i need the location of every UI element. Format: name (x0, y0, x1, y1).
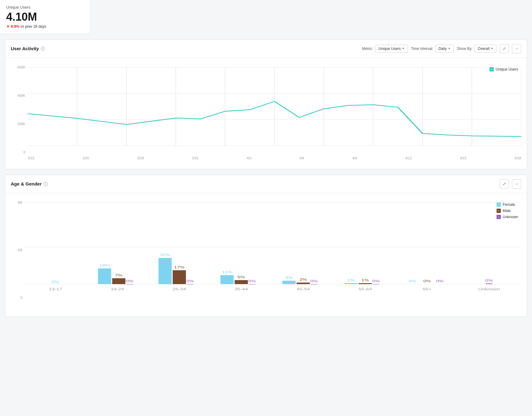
user-activity-header: User Activity i Metric: Unique Users ▼ T… (5, 40, 527, 58)
bar-y-label-2m: 2M (18, 201, 22, 204)
legend-female: ✓ Female (497, 202, 518, 207)
bar-y-label-0: 0 (20, 296, 22, 300)
svg-text:Unknown: Unknown (478, 287, 500, 291)
svg-text:1%: 1% (361, 278, 369, 282)
line-chart-legend: ✓ Unique Users (489, 67, 518, 73)
legend-check-unknown: ✓ (497, 215, 501, 219)
x-label-46: 4/6 (299, 156, 304, 160)
legend-male: ✓ Male (497, 209, 518, 213)
y-label-200k: 200K (17, 122, 25, 126)
legend-unknown: ✓ Unknown (497, 215, 518, 219)
bar-unknown-45-54 (311, 284, 317, 284)
svg-text:0%: 0% (436, 279, 444, 283)
svg-text:32%: 32% (160, 253, 171, 257)
svg-text:0%: 0% (423, 279, 431, 283)
legend-label-unknown: Unknown (503, 215, 518, 219)
svg-text:11%: 11% (222, 270, 232, 274)
bar-chart-svg: 0% 19% 7% 0% (25, 199, 521, 295)
metric-value: 4.10M (6, 11, 83, 23)
line-chart-svg (28, 64, 521, 153)
svg-text:18-24: 18-24 (111, 287, 124, 291)
legend-label-female: Female (503, 202, 515, 207)
metric-dropdown[interactable]: Unique Users ▼ (375, 45, 408, 53)
user-activity-info-icon[interactable]: i (41, 47, 45, 51)
svg-text:2%: 2% (299, 278, 307, 281)
x-label-331: 3/31 (192, 156, 198, 160)
y-label-400k: 400K (17, 94, 25, 97)
age-gender-title: Age & Gender i (11, 181, 48, 186)
metric-caret: ▼ (402, 47, 405, 50)
bar-female-45-54 (282, 281, 296, 284)
legend-unique-users: ✓ Unique Users (489, 67, 518, 71)
svg-text:0%: 0% (409, 279, 416, 283)
svg-text:17%: 17% (174, 265, 185, 269)
y-label-0: 0 (23, 150, 25, 154)
show-by-caret: ▼ (491, 47, 493, 50)
svg-text:25-34: 25-34 (173, 287, 186, 291)
age-gender-header: Age & Gender i ⤢ → (5, 175, 527, 193)
x-label-43: 4/3 (247, 156, 251, 160)
age-gender-expand-button[interactable]: ⤢ (500, 179, 509, 189)
bar-unknown-18-24 (126, 284, 133, 284)
bar-male-45-54 (297, 283, 310, 284)
svg-text:1%: 1% (347, 278, 355, 282)
x-label-325: 3/25 (82, 156, 89, 160)
interval-control-label: Time Interval: (411, 47, 433, 51)
show-by-control: Show By: Overall ▼ (457, 45, 497, 53)
svg-text:0%: 0% (485, 279, 493, 282)
legend-check-male: ✓ (497, 209, 501, 213)
svg-text:4%: 4% (285, 276, 293, 279)
age-gender-share-button[interactable]: → (512, 179, 521, 189)
change-text: vs prev 28 days (20, 24, 46, 29)
bar-unknown-55-64 (373, 284, 379, 284)
legend-label-male: Male (503, 209, 511, 213)
svg-text:45-54: 45-54 (297, 287, 310, 291)
x-axis: 3/22 3/25 3/28 3/31 4/3 4/6 4/9 4/12 4/1… (28, 154, 521, 160)
svg-text:0%: 0% (186, 279, 194, 283)
svg-text:0%: 0% (126, 279, 134, 283)
svg-text:19%: 19% (99, 263, 110, 267)
bar-unknown-35-44 (249, 284, 255, 284)
y-label-600k: 600K (17, 65, 25, 69)
bar-female-35-44 (221, 275, 234, 284)
user-activity-title: User Activity i (11, 46, 45, 51)
bar-female-55-64 (344, 283, 358, 284)
interval-control: Time Interval: Daily ▼ (411, 45, 454, 53)
age-gender-info-icon[interactable]: i (43, 182, 48, 186)
bar-y-label-1m: 1M (18, 248, 22, 252)
svg-text:0%: 0% (310, 279, 318, 283)
chart-plot: 3/22 3/25 3/28 3/31 4/3 4/6 4/9 4/12 4/1… (28, 64, 521, 163)
change-pct: 8.9% (11, 24, 19, 29)
bar-chart-area: 2M 1M 0 0% (5, 193, 527, 316)
share-button[interactable]: → (512, 44, 521, 53)
svg-text:0%: 0% (248, 279, 256, 283)
age-gender-controls: ⤢ → (500, 179, 521, 189)
metric-control-label: Metric: (362, 47, 373, 51)
x-label-322: 3/22 (28, 156, 34, 160)
svg-text:5%: 5% (237, 275, 245, 279)
expand-button[interactable]: ⤢ (500, 44, 509, 53)
show-by-label: Show By: (457, 47, 472, 51)
interval-caret: ▼ (448, 47, 450, 50)
bar-chart-plot: 0% 19% 7% 0% (25, 199, 521, 310)
svg-text:55-64: 55-64 (358, 287, 372, 291)
line-chart-container: 600K 400K 200K 0 (11, 64, 521, 163)
bar-chart-container: 2M 1M 0 0% (11, 199, 521, 310)
x-label-328: 3/28 (137, 156, 144, 160)
bar-unknown-25-34 (187, 284, 193, 284)
show-by-dropdown[interactable]: Overall ▼ (474, 45, 497, 53)
svg-text:35-44: 35-44 (235, 287, 248, 291)
bar-male-35-44 (235, 280, 248, 284)
interval-dropdown[interactable]: Daily ▼ (435, 45, 454, 53)
bar-chart-legend: ✓ Female ✓ Male ✓ Unknown (497, 202, 518, 219)
bar-male-55-64 (359, 283, 372, 284)
change-arrow: ▼ (6, 24, 10, 29)
unique-users-card: Unique Users 4.10M ▼ 8.9% vs prev 28 day… (0, 0, 89, 34)
svg-text:65+: 65+ (423, 287, 432, 291)
x-label-418: 4/18 (515, 156, 521, 160)
legend-label-unique-users: Unique Users (496, 67, 518, 71)
bar-male-18-24 (112, 278, 126, 284)
user-activity-card: User Activity i Metric: Unique Users ▼ T… (5, 39, 527, 169)
svg-text:7%: 7% (115, 273, 123, 277)
metric-control: Metric: Unique Users ▼ (362, 45, 408, 53)
